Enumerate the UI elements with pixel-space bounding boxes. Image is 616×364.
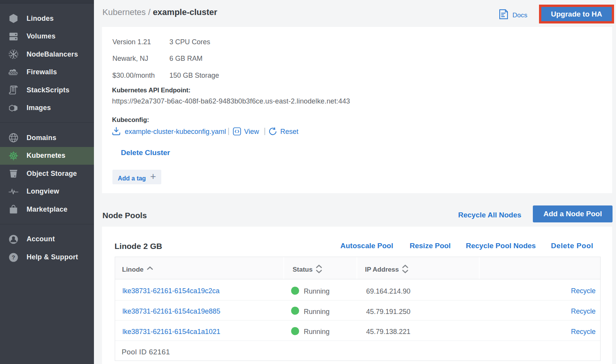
svg-text:?: ? <box>12 254 15 260</box>
